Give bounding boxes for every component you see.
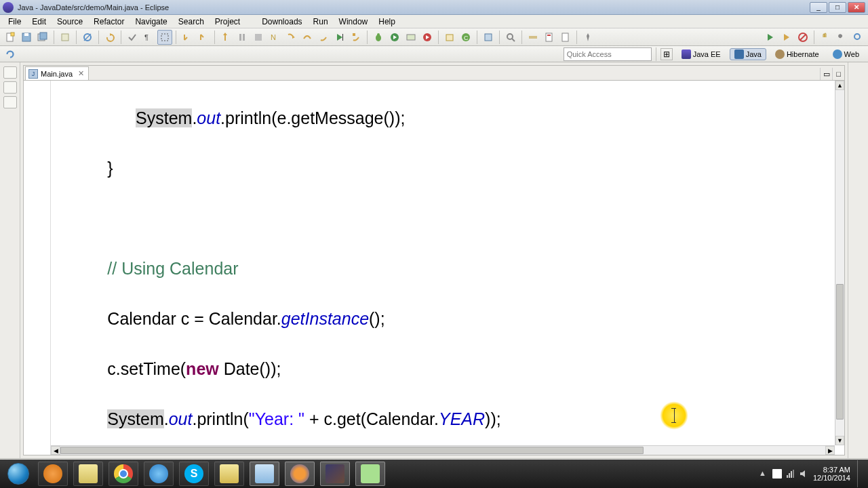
search-icon[interactable] bbox=[503, 30, 518, 45]
run-to-line-icon[interactable] bbox=[332, 30, 347, 45]
toggle-breadcrumb-icon[interactable] bbox=[526, 30, 540, 45]
menu-downloads[interactable]: Downloads bbox=[256, 16, 307, 28]
maximize-button[interactable]: □ bbox=[829, 2, 846, 13]
debug-icon[interactable] bbox=[371, 30, 386, 45]
tray-clock[interactable]: 8:37 AM 12/10/2014 bbox=[813, 466, 850, 482]
task-explorer[interactable] bbox=[250, 462, 279, 486]
perspective-java-ee[interactable]: Java EE bbox=[677, 48, 726, 60]
use-step-filter-icon[interactable] bbox=[349, 30, 363, 45]
perspective-web[interactable]: Web bbox=[828, 48, 864, 60]
suspend-icon[interactable] bbox=[235, 30, 250, 45]
open-perspective-icon[interactable]: ⊞ bbox=[660, 48, 673, 60]
terminate-icon[interactable] bbox=[251, 30, 266, 45]
disconnect-icon[interactable]: N bbox=[267, 30, 282, 45]
restore-view-icon[interactable] bbox=[3, 66, 17, 79]
build-icon[interactable] bbox=[58, 30, 73, 45]
stop-icon[interactable] bbox=[795, 30, 810, 45]
scroll-thumb-h[interactable] bbox=[60, 447, 644, 454]
save-all-icon[interactable] bbox=[35, 30, 50, 45]
hand-icon[interactable] bbox=[818, 30, 833, 45]
start-button[interactable] bbox=[4, 462, 33, 486]
task-chrome[interactable] bbox=[108, 462, 138, 486]
menu-run[interactable]: Run bbox=[308, 16, 334, 28]
task-ie[interactable] bbox=[144, 462, 174, 486]
task-folder[interactable] bbox=[214, 462, 244, 486]
task-firefox[interactable] bbox=[285, 462, 315, 486]
annotation2-icon[interactable] bbox=[558, 30, 573, 45]
run-last-icon[interactable] bbox=[763, 30, 778, 45]
new-java-package-icon[interactable] bbox=[442, 30, 457, 45]
zoom-icon[interactable] bbox=[850, 30, 865, 45]
menu-window[interactable]: Window bbox=[334, 16, 374, 28]
menu-navigate[interactable]: Navigate bbox=[130, 16, 172, 28]
prev-annotation-icon[interactable] bbox=[196, 30, 211, 45]
minimize-editor-icon[interactable]: ▭ bbox=[820, 68, 832, 80]
step-over-icon[interactable] bbox=[300, 30, 315, 45]
save-icon[interactable] bbox=[19, 30, 34, 45]
relaunch-icon[interactable] bbox=[779, 30, 794, 45]
coverage-icon[interactable] bbox=[403, 30, 418, 45]
system-tray[interactable]: ▲ 8:37 AM 12/10/2014 bbox=[759, 460, 864, 487]
skip-breakpoints-icon[interactable] bbox=[80, 30, 95, 45]
svg-rect-15 bbox=[243, 34, 245, 41]
step-out-icon[interactable] bbox=[316, 30, 331, 45]
tray-network-icon[interactable] bbox=[786, 469, 795, 479]
hierarchy-icon[interactable] bbox=[3, 96, 17, 108]
scroll-down-icon[interactable]: ▼ bbox=[835, 436, 844, 445]
task-skype[interactable]: S bbox=[179, 462, 209, 486]
toggle-block-icon[interactable] bbox=[157, 30, 172, 45]
editor-region: J Main.java ✕ ▭ □ System.out.println(e.g… bbox=[23, 65, 845, 455]
code-area[interactable]: System.out.println(e.getMessage()); } //… bbox=[24, 81, 844, 455]
task-notepad[interactable] bbox=[73, 462, 103, 486]
menu-help[interactable]: Help bbox=[373, 16, 401, 28]
step-return-icon[interactable] bbox=[218, 30, 233, 45]
vertical-scrollbar[interactable]: ▲ ▼ bbox=[835, 81, 844, 445]
pin-icon[interactable] bbox=[580, 30, 595, 45]
tab-main-java[interactable]: J Main.java ✕ bbox=[25, 66, 89, 80]
perspective-row: ⊞ Java EE Java Hibernate Web bbox=[0, 46, 868, 62]
tray-action-icon[interactable] bbox=[772, 469, 782, 479]
next-annotation-icon[interactable] bbox=[180, 30, 195, 45]
code-content[interactable]: System.out.println(e.getMessage()); } //… bbox=[51, 81, 835, 445]
refresh-icon[interactable] bbox=[4, 48, 16, 60]
perspective-java[interactable]: Java bbox=[730, 48, 766, 60]
scroll-thumb-v[interactable] bbox=[836, 284, 844, 420]
chrome-icon bbox=[114, 464, 133, 483]
close-button[interactable]: ✕ bbox=[848, 2, 865, 13]
svg-point-23 bbox=[377, 33, 380, 36]
menu-refactor[interactable]: Refactor bbox=[88, 16, 130, 28]
run-icon[interactable] bbox=[387, 30, 402, 45]
menu-source[interactable]: Source bbox=[52, 16, 88, 28]
task-media-player[interactable] bbox=[38, 462, 68, 486]
menu-search[interactable]: Search bbox=[173, 16, 210, 28]
gutter[interactable] bbox=[24, 81, 51, 455]
task-notepadpp[interactable] bbox=[355, 462, 385, 486]
package-explorer-icon[interactable] bbox=[3, 81, 17, 94]
undo-icon[interactable] bbox=[102, 30, 117, 45]
quick-access-input[interactable] bbox=[564, 47, 652, 61]
close-tab-icon[interactable]: ✕ bbox=[78, 69, 84, 78]
scroll-right-icon[interactable]: ▶ bbox=[825, 446, 835, 455]
task-intellij[interactable] bbox=[320, 462, 350, 486]
scroll-up-icon[interactable]: ▲ bbox=[835, 81, 844, 90]
menu-project[interactable]: Project bbox=[210, 16, 245, 28]
scroll-left-icon[interactable]: ◀ bbox=[51, 446, 60, 455]
open-type-icon[interactable] bbox=[481, 30, 496, 45]
tray-volume-icon[interactable] bbox=[800, 469, 809, 479]
wrench-icon[interactable] bbox=[834, 30, 849, 45]
show-desktop-button[interactable] bbox=[857, 460, 864, 487]
step-into-icon[interactable] bbox=[283, 30, 298, 45]
minimize-button[interactable]: _ bbox=[810, 2, 827, 13]
menu-file[interactable]: File bbox=[3, 16, 26, 28]
toggle-mark-icon[interactable] bbox=[125, 30, 140, 45]
perspective-hibernate[interactable]: Hibernate bbox=[770, 48, 824, 60]
maximize-editor-icon[interactable]: □ bbox=[832, 68, 844, 80]
new-icon[interactable] bbox=[3, 30, 18, 45]
new-java-class-icon[interactable]: C bbox=[458, 30, 473, 45]
tray-arrow-icon[interactable]: ▲ bbox=[759, 469, 768, 479]
annotation-icon[interactable] bbox=[542, 30, 557, 45]
horizontal-scrollbar[interactable]: ◀ ▶ bbox=[51, 445, 835, 455]
menu-edit[interactable]: Edit bbox=[26, 16, 52, 28]
toggle-ws-icon[interactable]: ¶ bbox=[141, 30, 156, 45]
run-ext-icon[interactable] bbox=[420, 30, 435, 45]
